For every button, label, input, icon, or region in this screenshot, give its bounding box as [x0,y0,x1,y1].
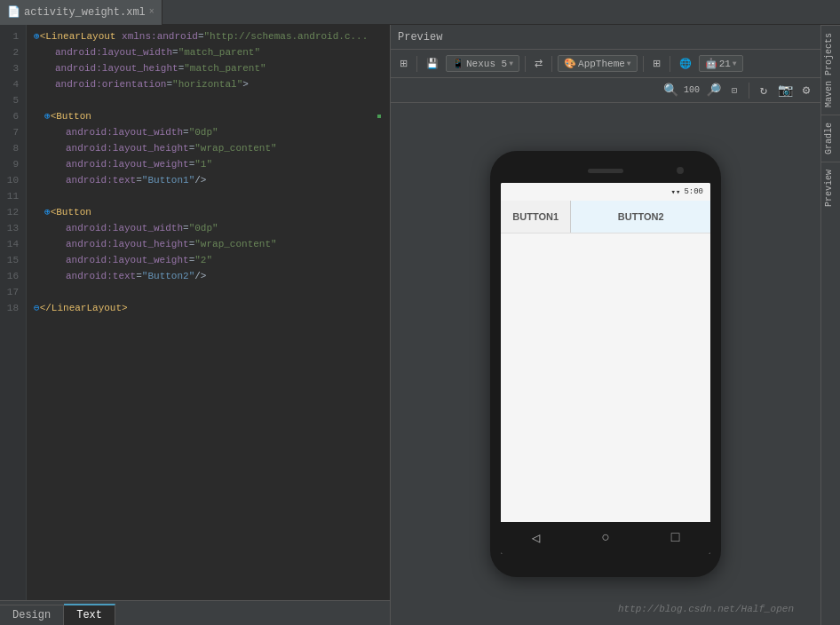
back-icon: ◁ [532,529,541,547]
code-line: ⊕<Button [34,204,383,220]
separator [643,56,644,72]
phone-bottom [501,554,710,566]
code-line: android:layout_weight="2" [34,252,383,268]
grid-btn[interactable]: ⊞ [649,56,664,71]
code-area[interactable]: ⊕<LinearLayout xmlns:android="http://sch… [27,25,390,600]
zoom-fit-btn[interactable]: ⊡ [725,82,743,99]
code-line: ⊕<LinearLayout xmlns:android="http://sch… [34,28,383,44]
separator [525,56,526,72]
camera-btn[interactable]: 📷 [776,82,794,99]
code-line [34,92,383,108]
rotate-btn[interactable]: ⇄ [531,56,546,71]
tab-design[interactable]: Design [0,605,64,625]
button-row: BUTTON1 BUTTON2 [501,201,710,233]
code-line: android:text="Button2"/> [34,268,383,284]
api-level: 21 [719,59,731,69]
code-line: ⊕<Button [34,108,383,124]
phone-status-bar: ▾▾ 5:00 [501,183,710,201]
editor-tab[interactable]: 📄 activity_weight.xml × [0,0,162,25]
code-line: android:layout_height="wrap_content" [34,140,383,156]
tab-filename: activity_weight.xml [24,6,146,19]
separator [749,83,749,99]
preview-label: Preview [398,31,442,44]
editor-content: 12345 678910 1112131415 161718 ⊕<LinearL… [0,25,390,600]
code-line: android:layout_weight="1" [34,156,383,172]
dropdown-arrow-icon: ▼ [509,59,513,67]
right-sidebar: Maven Projects Gradle Preview [820,25,840,625]
code-line: android:layout_width="match_parent" [34,44,383,60]
device-name: Nexus 5 [466,59,507,69]
recents-icon: □ [671,530,680,546]
phone-mockup: ▾▾ 5:00 BUTTON1 BUTTON2 ◁ ○ □ [490,151,721,577]
code-line: android:layout_height="match_parent" [34,60,383,76]
android-icon: 🤖 [705,58,717,69]
status-time: 5:00 [684,187,703,196]
code-line: android:layout_height="wrap_content" [34,236,383,252]
tab-close-button[interactable]: × [149,7,155,17]
preview-header: Preview [391,25,820,50]
zoom-out-btn[interactable]: 🔎 [704,82,722,99]
theme-icon: 🎨 [564,58,576,69]
api-dropdown[interactable]: 🤖 21 ▼ [699,55,743,72]
title-bar: 📄 activity_weight.xml × [0,0,840,25]
phone-app-content: BUTTON1 BUTTON2 [501,201,710,522]
preview-content: ▾▾ 5:00 BUTTON1 BUTTON2 ◁ ○ □ [391,103,820,625]
settings-btn[interactable]: ⚙ [797,82,815,99]
code-line: android:layout_width="0dp" [34,220,383,236]
dropdown-arrow-icon: ▼ [627,59,631,67]
zoom-toolbar: 🔍 100 🔎 ⊡ ↻ 📷 ⚙ [391,78,820,103]
phone-camera [677,167,684,174]
zoom-in-btn[interactable]: 🔍 [662,82,679,99]
code-line [34,284,383,300]
code-line [34,188,383,204]
editor-panel: 12345 678910 1112131415 161718 ⊕<LinearL… [0,25,391,625]
globe-btn[interactable]: 🌐 [676,56,695,71]
separator [670,56,670,72]
save-btn[interactable]: 💾 [423,56,442,71]
separator [416,56,417,72]
theme-dropdown[interactable]: 🎨 AppTheme ▼ [558,55,638,72]
layout-btn[interactable]: ⊞ [396,56,411,71]
main-area: 12345 678910 1112131415 161718 ⊕<LinearL… [0,25,840,625]
sidebar-tab-maven[interactable]: Maven Projects [821,25,840,115]
refresh-btn[interactable]: ↻ [755,82,773,99]
separator [551,56,552,72]
theme-name: AppTheme [578,59,625,69]
zoom-100-btn[interactable]: 100 [683,82,701,99]
code-line: android:text="Button1"/> [34,172,383,188]
code-line: ⊖</LinearLayout> [34,300,383,316]
code-line: android:layout_width="0dp" [34,124,383,140]
tab-text[interactable]: Text [64,604,115,625]
device-icon: 📱 [452,58,464,69]
button2: BUTTON2 [571,201,710,233]
preview-panel: Preview ⊞ 💾 📱 Nexus 5 ▼ ⇄ 🎨 AppTheme ▼ ⊞ [391,25,820,625]
sidebar-tab-gradle[interactable]: Gradle [821,115,840,162]
preview-toolbar: ⊞ 💾 📱 Nexus 5 ▼ ⇄ 🎨 AppTheme ▼ ⊞ 🌐 🤖 [391,50,820,78]
phone-nav-bar: ◁ ○ □ [501,522,710,554]
sidebar-tab-preview[interactable]: Preview [821,162,840,214]
code-line: android:orientation="horizontal"> [34,76,383,92]
bottom-tabs: Design Text [0,600,390,625]
button1: BUTTON1 [501,201,571,233]
dropdown-arrow-icon: ▼ [733,59,737,67]
phone-top-bar [501,162,710,179]
phone-screen: ▾▾ 5:00 BUTTON1 BUTTON2 ◁ ○ □ [501,183,710,554]
wifi-icon: ▾▾ [671,187,681,197]
device-dropdown[interactable]: 📱 Nexus 5 ▼ [446,55,519,72]
watermark: http://blog.csdn.net/Half_open [618,604,794,614]
file-icon: 📄 [7,5,20,19]
line-numbers: 12345 678910 1112131415 161718 [0,25,27,600]
home-icon: ○ [601,530,610,546]
phone-speaker [588,169,623,173]
